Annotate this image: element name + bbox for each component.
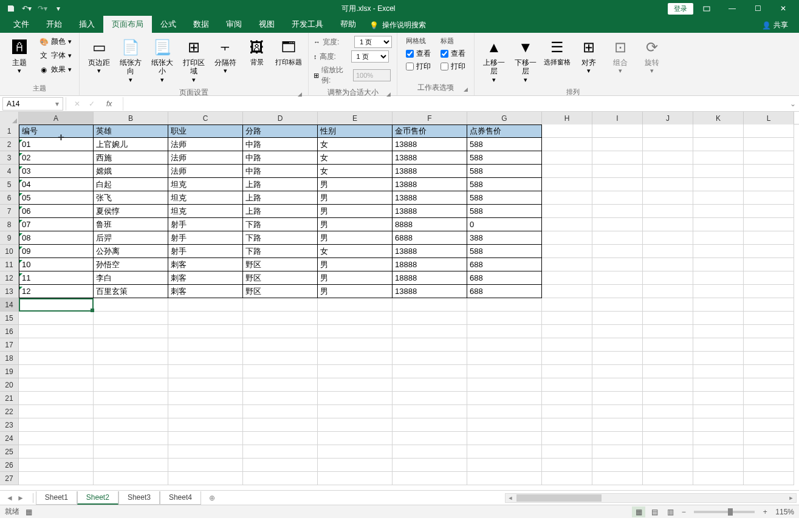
cell[interactable]	[643, 405, 693, 418]
cell[interactable]: 13888	[393, 191, 467, 205]
cell[interactable]: 388	[467, 231, 542, 245]
row-header[interactable]: 7	[0, 205, 19, 218]
cell[interactable]: 男	[318, 271, 393, 285]
cell[interactable]	[542, 378, 592, 392]
cell[interactable]	[243, 392, 318, 405]
cell[interactable]	[19, 378, 94, 392]
cell[interactable]	[393, 325, 467, 338]
page-layout-view-icon[interactable]: ▤	[648, 506, 661, 517]
cell[interactable]: 688	[467, 271, 542, 285]
cell[interactable]	[318, 432, 393, 445]
cell[interactable]: 下路	[243, 245, 318, 258]
headings-print-checkbox[interactable]: 打印	[441, 61, 465, 72]
row-header[interactable]: 9	[0, 231, 19, 245]
cell[interactable]	[243, 298, 318, 312]
column-header-H[interactable]: H	[542, 112, 592, 124]
cell[interactable]	[393, 365, 467, 378]
cell[interactable]	[693, 378, 744, 392]
cell[interactable]	[643, 432, 693, 445]
cell[interactable]	[318, 445, 393, 459]
maximize-icon[interactable]: ☐	[746, 0, 770, 17]
cell[interactable]	[744, 245, 794, 258]
cell[interactable]	[592, 378, 643, 392]
cell[interactable]	[693, 312, 744, 325]
cell[interactable]	[542, 472, 592, 485]
column-header-C[interactable]: C	[168, 112, 243, 124]
size-button[interactable]: 📃纸张大小▾	[148, 35, 177, 86]
cell[interactable]	[592, 231, 643, 245]
sheet-tab-sheet3[interactable]: Sheet3	[118, 491, 160, 505]
breaks-button[interactable]: ⫟分隔符▾	[211, 35, 240, 78]
row-header[interactable]: 18	[0, 352, 19, 365]
cell[interactable]: 09	[19, 245, 94, 258]
cell[interactable]: 男	[318, 178, 393, 191]
dialog-launcher-icon[interactable]: ◢	[385, 90, 392, 98]
cell[interactable]	[744, 178, 794, 191]
cell[interactable]	[744, 218, 794, 231]
select-all-button[interactable]	[0, 112, 19, 124]
row-header[interactable]: 22	[0, 405, 19, 418]
cell[interactable]	[168, 338, 243, 352]
cell[interactable]	[643, 352, 693, 365]
cell[interactable]	[19, 392, 94, 405]
width-select[interactable]: 1 页	[354, 36, 392, 48]
cell[interactable]	[744, 392, 794, 405]
cell[interactable]	[643, 218, 693, 231]
cell[interactable]: 588	[467, 138, 542, 151]
cell[interactable]	[467, 405, 542, 418]
cell[interactable]	[318, 338, 393, 352]
cell[interactable]	[592, 459, 643, 472]
row-header[interactable]: 12	[0, 271, 19, 285]
column-header-L[interactable]: L	[744, 112, 794, 124]
cell[interactable]	[318, 352, 393, 365]
cell[interactable]	[168, 432, 243, 445]
cell[interactable]: 13888	[393, 178, 467, 191]
cell[interactable]: 02	[19, 151, 94, 165]
cell[interactable]: 职业	[168, 124, 243, 138]
cell[interactable]	[542, 165, 592, 178]
cell[interactable]	[467, 445, 542, 459]
cell[interactable]	[243, 312, 318, 325]
undo-icon[interactable]: ↶▾	[21, 2, 33, 15]
cell[interactable]	[542, 312, 592, 325]
normal-view-icon[interactable]: ▦	[632, 506, 645, 517]
cell[interactable]	[542, 432, 592, 445]
cell[interactable]: 588	[467, 191, 542, 205]
cell[interactable]	[467, 325, 542, 338]
cell[interactable]	[592, 298, 643, 312]
cell[interactable]	[393, 418, 467, 432]
cell[interactable]	[393, 459, 467, 472]
selection-pane-button[interactable]: ☰选择窗格	[543, 35, 572, 69]
cell[interactable]	[592, 151, 643, 165]
cell[interactable]	[744, 459, 794, 472]
cell[interactable]	[592, 205, 643, 218]
cell[interactable]	[693, 245, 744, 258]
row-header[interactable]: 16	[0, 325, 19, 338]
cell[interactable]	[643, 445, 693, 459]
sheet-tab-sheet1[interactable]: Sheet1	[36, 491, 77, 505]
cell[interactable]	[693, 445, 744, 459]
cell[interactable]	[168, 325, 243, 338]
cell[interactable]: 女	[318, 138, 393, 151]
cell[interactable]	[592, 392, 643, 405]
cell[interactable]	[318, 418, 393, 432]
cell[interactable]	[592, 445, 643, 459]
cell[interactable]	[393, 472, 467, 485]
cell[interactable]	[744, 205, 794, 218]
cell[interactable]	[744, 124, 794, 138]
column-header-A[interactable]: A	[19, 112, 94, 124]
cell[interactable]	[744, 165, 794, 178]
cell[interactable]	[94, 459, 168, 472]
cancel-icon[interactable]: ✕	[72, 99, 82, 109]
cell[interactable]	[542, 231, 592, 245]
cell[interactable]	[19, 405, 94, 418]
cell[interactable]	[643, 365, 693, 378]
cell[interactable]: 野区	[243, 271, 318, 285]
cell[interactable]: 13888	[393, 165, 467, 178]
cell[interactable]	[693, 285, 744, 298]
cell[interactable]: 588	[467, 205, 542, 218]
cell[interactable]: 坦克	[168, 205, 243, 218]
column-header-G[interactable]: G	[467, 112, 542, 124]
themes-button[interactable]: 🅰主题▾	[5, 35, 34, 78]
cell[interactable]	[744, 378, 794, 392]
